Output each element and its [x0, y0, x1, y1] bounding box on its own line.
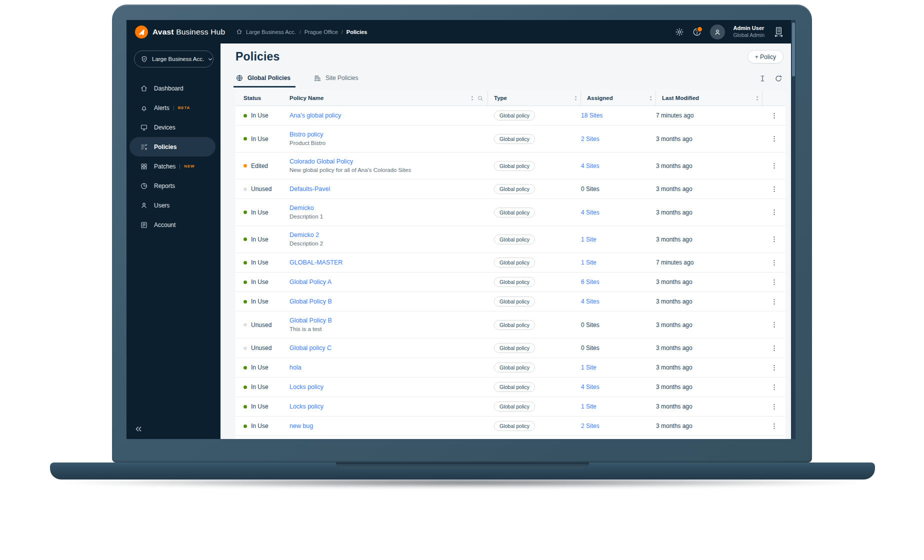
user-avatar[interactable]	[710, 24, 725, 40]
scrollbar-thumb[interactable]	[792, 22, 795, 76]
help-icon[interactable]	[692, 28, 702, 36]
assigned-sites-link[interactable]: 2 Sites	[581, 136, 600, 142]
sidebar-item-alerts[interactable]: Alerts BETA	[130, 98, 216, 118]
table-row: Edited Colorado Global Policy New global…	[236, 152, 786, 180]
policy-name-link[interactable]: Global Policy B	[290, 298, 332, 305]
actions-cell	[762, 236, 786, 243]
sort-icon[interactable]	[470, 95, 475, 102]
assigned-sites-link[interactable]: 6 Sites	[581, 278, 600, 286]
policy-type-badge: Global policy	[494, 184, 535, 194]
policy-name-cell: Ana's global policy	[290, 112, 488, 120]
user-role: Global Admin	[734, 32, 764, 38]
kebab-menu-icon[interactable]	[770, 384, 778, 391]
policy-name-link[interactable]: Ana's global policy	[290, 112, 341, 119]
kebab-menu-icon[interactable]	[770, 278, 778, 286]
policy-name-link[interactable]: Colorado Global Policy	[290, 158, 353, 165]
sidebar-item-devices[interactable]: Devices	[130, 118, 216, 137]
assigned-cell: 0 Sites	[581, 322, 656, 328]
kebab-menu-icon[interactable]	[770, 321, 778, 328]
breadcrumb-item[interactable]: Large Business Acc.	[246, 29, 296, 35]
assigned-sites-link[interactable]: 18 Sites	[581, 112, 602, 119]
status-cell: In Use	[244, 422, 290, 430]
assigned-cell: 18 Sites	[581, 112, 656, 119]
sidebar-item-policies[interactable]: Policies	[130, 137, 216, 156]
policy-type-badge: Global policy	[494, 161, 535, 171]
kebab-menu-icon[interactable]	[770, 344, 778, 352]
table-body: In Use Ana's global policy Global policy…	[236, 106, 786, 439]
assigned-sites-link[interactable]: 4 Sites	[581, 384, 600, 390]
assigned-sites-link[interactable]: 1 Site	[581, 364, 596, 371]
settings-gear-icon[interactable]	[675, 28, 684, 36]
type-cell: Global policy	[488, 208, 581, 218]
assigned-sites-link[interactable]: 1 Site	[581, 259, 596, 266]
kebab-menu-icon[interactable]	[770, 135, 778, 142]
kebab-menu-icon[interactable]	[770, 364, 778, 372]
assigned-sites-link[interactable]: 2 Sites	[581, 422, 600, 430]
tab-site-policies[interactable]: Site Policies	[314, 74, 358, 83]
policy-name-link[interactable]: GLOBAL-MASTER	[290, 259, 342, 266]
refresh-icon[interactable]	[774, 74, 782, 82]
assigned-cell: 4 Sites	[581, 209, 656, 216]
policy-name-link[interactable]: Locks policy	[290, 403, 324, 410]
table-row: In Use hola Global policy 1 Site 3 month…	[236, 358, 786, 378]
assigned-sites-link[interactable]: 1 Site	[581, 403, 596, 410]
company-switcher-icon[interactable]	[773, 26, 784, 38]
sort-icon[interactable]	[648, 95, 654, 102]
assigned-cell: 4 Sites	[581, 162, 656, 170]
scrollbar-track[interactable]	[791, 20, 796, 439]
status-label: In Use	[251, 384, 268, 390]
assigned-sites-link[interactable]: 1 Site	[581, 236, 596, 243]
search-icon[interactable]	[477, 95, 484, 102]
sort-icon[interactable]	[754, 95, 760, 102]
actions-cell	[762, 259, 786, 266]
add-policy-button[interactable]: + Policy	[748, 50, 784, 64]
kebab-menu-icon[interactable]	[770, 403, 778, 410]
kebab-menu-icon[interactable]	[770, 112, 778, 120]
policy-name-link[interactable]: Defaults-Pavel	[290, 186, 330, 192]
assigned-sites-link[interactable]: 4 Sites	[581, 298, 600, 305]
kebab-menu-icon[interactable]	[770, 162, 778, 170]
assigned-sites-link[interactable]: 4 Sites	[581, 209, 600, 216]
policy-name-cell: Locks policy	[290, 383, 488, 392]
sidebar: Large Business Acc. Dashboard Alerts BET…	[126, 44, 220, 439]
sidebar-item-account[interactable]: Account	[130, 215, 216, 234]
policy-name-link[interactable]: Global policy C	[290, 344, 332, 352]
column-select-icon[interactable]	[758, 74, 766, 82]
sidebar-item-reports[interactable]: Reports	[130, 176, 216, 196]
kebab-menu-icon[interactable]	[770, 236, 778, 243]
breadcrumb-item[interactable]: Prague Office	[304, 29, 338, 35]
tab-global-policies[interactable]: Global Policies	[236, 74, 290, 83]
policy-name-link[interactable]: Bistro policy	[290, 131, 323, 138]
type-cell: Global policy	[488, 161, 581, 171]
sidebar-collapse-icon[interactable]	[134, 425, 142, 433]
status-dot	[244, 386, 247, 389]
kebab-menu-icon[interactable]	[770, 208, 778, 216]
policy-name-link[interactable]: Global Policy A	[290, 278, 332, 286]
kebab-menu-icon[interactable]	[770, 422, 778, 430]
policy-name-link[interactable]: hola	[290, 364, 302, 371]
assigned-cell: 1 Site	[581, 236, 656, 243]
assigned-cell: 1 Site	[581, 403, 656, 410]
policy-type-badge: Global policy	[494, 208, 535, 218]
sidebar-item-users[interactable]: Users	[130, 196, 216, 215]
status-label: Unused	[251, 186, 272, 192]
kebab-menu-icon[interactable]	[770, 298, 778, 306]
assigned-sites-link[interactable]: 4 Sites	[581, 162, 600, 170]
policy-name-link[interactable]: new bug	[290, 422, 313, 430]
table-row: Unused Global policy C Global policy 0 S…	[236, 338, 786, 358]
kebab-menu-icon[interactable]	[770, 259, 778, 266]
policy-name-link[interactable]: Global Policy B	[290, 317, 332, 324]
policy-type-badge: Global policy	[494, 296, 535, 306]
sidebar-item-dashboard[interactable]: Dashboard	[130, 78, 216, 98]
main-content: Policies + Policy Global Policies Site P…	[220, 44, 796, 439]
policy-name-link[interactable]: Demicko 2	[290, 232, 319, 238]
policy-name-link[interactable]: Demicko	[290, 204, 314, 212]
sidebar-item-patches[interactable]: Patches NEW	[130, 156, 216, 176]
column-header-type: Type	[488, 90, 581, 106]
home-breadcrumb-icon[interactable]	[236, 28, 242, 35]
policy-name-link[interactable]: Locks policy	[290, 384, 324, 390]
status-dot	[244, 424, 247, 428]
sort-icon[interactable]	[573, 95, 578, 102]
kebab-menu-icon[interactable]	[770, 186, 778, 193]
account-selector[interactable]: Large Business Acc.	[134, 50, 214, 68]
